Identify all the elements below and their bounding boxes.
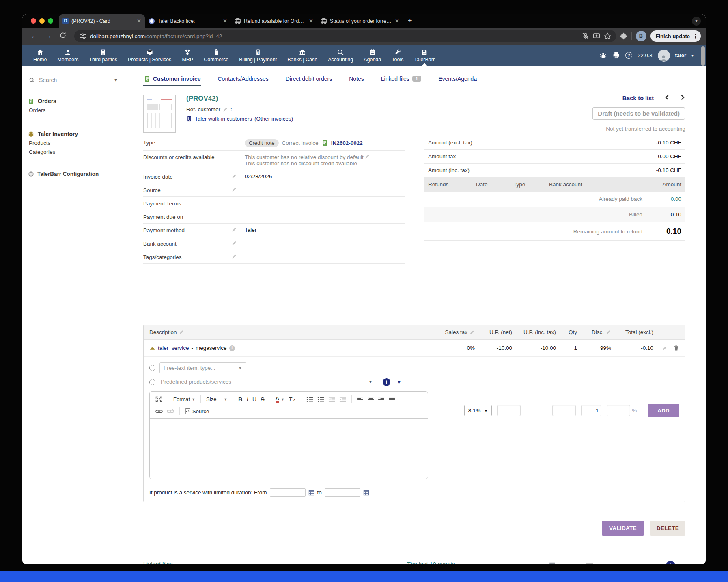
user-name[interactable]: taler [675,52,686,58]
reload-icon[interactable] [56,32,70,41]
nav-talerbarr[interactable]: TalerBarr [409,45,440,66]
chevron-down-icon[interactable]: ▾ [691,53,694,58]
last-events-link[interactable]: The last 10 events [407,561,455,564]
justify-icon[interactable] [387,396,397,403]
already-paid-back-amount[interactable]: 0.00 [642,196,681,202]
address-bar[interactable]: dolibarr.potuzhnyi.com/compta/facture/ca… [74,30,616,42]
add-product-icon[interactable]: + [383,378,390,386]
mic-off-icon[interactable] [582,32,589,40]
sidebar-section-orders[interactable]: Orders [28,98,119,104]
discount-input[interactable] [607,405,630,416]
back-to-list-link[interactable]: Back to list [622,95,654,101]
italic-button[interactable]: I [245,395,250,403]
edit-icon[interactable] [179,330,184,335]
vat-rate-select[interactable]: 8.1%▼ [464,405,492,416]
forward-icon[interactable]: → [41,32,56,40]
tab-events-agenda[interactable]: Events/Agenda [437,74,478,86]
close-tab-icon[interactable]: ✕ [223,18,227,24]
underline-button[interactable]: U [251,395,258,403]
qty-input[interactable] [581,405,601,416]
unit-price-net-input[interactable] [497,405,521,416]
edit-icon[interactable] [232,187,237,192]
outdent-icon[interactable] [327,396,337,403]
finish-update-button[interactable]: Finish update ⋮ [650,30,701,42]
back-icon[interactable]: ← [27,32,41,40]
edit-icon[interactable] [470,330,475,335]
close-tab-icon[interactable]: ✕ [309,18,313,24]
product-link[interactable]: taler_service [158,345,189,351]
tab-direct-debit-orders[interactable]: Direct debit orders [285,74,333,86]
next-record-icon[interactable] [680,95,685,101]
close-tab-icon[interactable]: ✕ [395,18,399,24]
tab-notes[interactable]: Notes [348,74,365,86]
previous-record-icon[interactable] [664,95,670,101]
sidebar-item-talerbarr-configuration[interactable]: TalerBarr Configuration [28,171,119,177]
chat-icon[interactable] [548,561,559,564]
edit-icon[interactable] [232,240,237,246]
delete-line-icon[interactable] [673,345,679,351]
bookmark-star-icon[interactable] [604,32,611,40]
unit-price-inc-input[interactable] [552,405,576,416]
nav-commerce[interactable]: Commerce [198,45,234,66]
size-select[interactable]: Size▼ [205,395,229,403]
free-text-type-select[interactable]: Free-text item, type...▼ [159,362,246,373]
linked-files-link[interactable]: Linked files [143,561,173,564]
extensions-icon[interactable] [620,32,627,40]
calendar-icon[interactable] [308,489,314,496]
add-line-button[interactable]: ADD [648,404,679,417]
minimize-window-button[interactable] [39,18,45,24]
unlink-icon[interactable] [165,407,176,415]
duration-from-input[interactable] [270,488,306,497]
profile-avatar[interactable]: B [636,31,646,41]
nav-agenda[interactable]: Agenda [358,45,386,66]
sidebar-section-inventory[interactable]: Taler Inventory [28,131,119,137]
edit-icon[interactable] [232,227,237,232]
nav-third-parties[interactable]: Third parties [84,45,122,66]
tab-linked-files[interactable]: Linked files1 [380,74,422,86]
bullet-list-icon[interactable] [316,396,326,403]
ordered-list-icon[interactable] [305,396,315,403]
corrected-invoice-link[interactable]: IN2602-0022 [331,140,363,146]
menu-icon[interactable] [586,563,593,564]
browser-tab-2[interactable]: Taler Backoffice: ✕ [145,14,231,28]
format-select[interactable]: Format▼ [172,395,197,403]
new-tab-button[interactable]: + [403,14,417,28]
edit-icon[interactable] [223,107,228,112]
page-scrollbar[interactable] [701,46,705,66]
close-window-button[interactable] [31,18,36,24]
close-tab-icon[interactable]: ✕ [137,18,141,24]
sidebar-item-orders[interactable]: Orders [28,104,119,113]
duration-to-input[interactable] [325,488,360,497]
maximize-icon[interactable] [154,395,164,403]
calendar-icon[interactable] [363,489,369,496]
edit-line-icon[interactable] [662,345,668,351]
link-icon[interactable] [154,407,164,415]
chevron-down-icon[interactable]: ▼ [397,379,401,384]
sidebar-item-products[interactable]: Products [28,137,119,146]
browser-tab-3[interactable]: Refund available for Order to ✕ [231,14,317,28]
sidebar-search[interactable]: ▼ [28,74,119,87]
strikethrough-button[interactable]: S [259,395,266,403]
indent-icon[interactable] [338,396,348,403]
nav-products-services[interactable]: Products | Services [123,45,177,66]
predefined-products-combobox[interactable]: Predefined products/services▼ [159,377,374,387]
other-invoices-link[interactable]: (Other invoices) [254,116,293,122]
invoice-preview-thumbnail[interactable] [143,95,176,133]
predefined-product-radio[interactable] [149,379,155,385]
install-icon[interactable] [593,32,600,40]
edit-icon[interactable] [232,173,237,179]
tab-search-button[interactable]: ▾ [692,17,701,26]
source-button[interactable]: Source [183,407,211,415]
nav-mrp[interactable]: MRP [177,45,198,66]
user-avatar[interactable] [658,50,670,62]
align-left-icon[interactable] [355,396,365,403]
description-textarea[interactable] [150,418,428,479]
info-icon[interactable]: i [229,345,235,351]
nav-billing-payment[interactable]: $ Billing | Payment [234,45,282,66]
edit-icon[interactable] [232,254,237,259]
maximize-window-button[interactable] [48,18,53,24]
remove-format-button[interactable]: Tx [287,395,297,403]
delete-button[interactable]: DELETE [650,521,685,536]
browser-tab-1[interactable]: D (PROV42) - Card ✕ [59,14,145,28]
url-text[interactable]: dolibarr.potuzhnyi.com/compta/facture/ca… [90,33,222,39]
